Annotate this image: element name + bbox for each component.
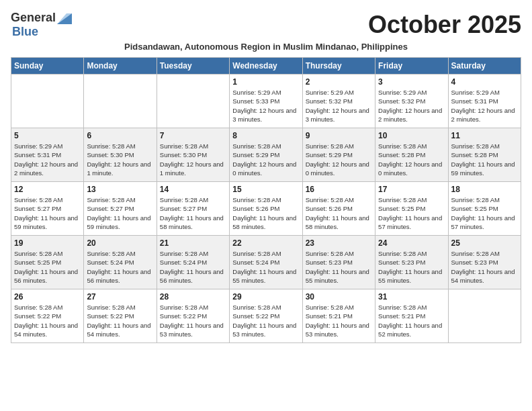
calendar-day-cell: 1Sunrise: 5:29 AMSunset: 5:33 PMDaylight… [230, 75, 302, 128]
day-number: 8 [232, 131, 299, 140]
day-number: 14 [160, 185, 226, 194]
day-number: 19 [14, 238, 81, 248]
day-number: 18 [451, 185, 518, 194]
day-detail: Sunrise: 5:28 AMSunset: 5:22 PMDaylight:… [14, 303, 81, 338]
day-detail: Sunrise: 5:28 AMSunset: 5:25 PMDaylight:… [451, 195, 518, 231]
day-number: 23 [306, 238, 372, 248]
month-title: October 2025 [368, 11, 521, 39]
calendar-week-row: 12Sunrise: 5:28 AMSunset: 5:27 PMDayligh… [11, 182, 521, 236]
calendar-day-cell: 26Sunrise: 5:28 AMSunset: 5:22 PMDayligh… [11, 289, 84, 343]
day-number: 29 [232, 292, 299, 302]
day-detail: Sunrise: 5:28 AMSunset: 5:25 PMDaylight:… [14, 249, 81, 285]
day-detail: Sunrise: 5:28 AMSunset: 5:26 PMDaylight:… [306, 195, 372, 231]
calendar-day-cell [157, 75, 229, 128]
day-detail: Sunrise: 5:28 AMSunset: 5:22 PMDaylight:… [87, 303, 153, 338]
day-number: 3 [378, 77, 445, 87]
day-of-week-header: Thursday [302, 58, 375, 75]
day-of-week-header: Wednesday [230, 58, 302, 75]
calendar-week-row: 1Sunrise: 5:29 AMSunset: 5:33 PMDaylight… [11, 75, 521, 128]
day-number: 27 [87, 292, 153, 302]
calendar-day-cell: 19Sunrise: 5:28 AMSunset: 5:25 PMDayligh… [11, 236, 84, 289]
calendar-day-cell: 27Sunrise: 5:28 AMSunset: 5:22 PMDayligh… [84, 289, 157, 343]
calendar-day-cell: 18Sunrise: 5:28 AMSunset: 5:25 PMDayligh… [448, 182, 521, 236]
day-detail: Sunrise: 5:28 AMSunset: 5:27 PMDaylight:… [160, 195, 226, 231]
day-of-week-header: Saturday [448, 58, 521, 75]
calendar-header-row: SundayMondayTuesdayWednesdayThursdayFrid… [11, 58, 521, 75]
calendar-day-cell: 12Sunrise: 5:28 AMSunset: 5:27 PMDayligh… [11, 182, 84, 236]
day-number: 1 [232, 77, 299, 87]
logo-general-text: General [11, 11, 56, 25]
calendar-day-cell: 25Sunrise: 5:28 AMSunset: 5:23 PMDayligh… [448, 236, 521, 289]
calendar-day-cell: 14Sunrise: 5:28 AMSunset: 5:27 PMDayligh… [157, 182, 229, 236]
day-detail: Sunrise: 5:28 AMSunset: 5:26 PMDaylight:… [232, 195, 299, 231]
day-number: 25 [451, 238, 518, 248]
day-number: 7 [160, 131, 226, 140]
calendar-day-cell: 29Sunrise: 5:28 AMSunset: 5:22 PMDayligh… [230, 289, 302, 343]
calendar-day-cell: 16Sunrise: 5:28 AMSunset: 5:26 PMDayligh… [302, 182, 375, 236]
calendar-day-cell: 31Sunrise: 5:28 AMSunset: 5:21 PMDayligh… [375, 289, 448, 343]
day-detail: Sunrise: 5:28 AMSunset: 5:28 PMDaylight:… [378, 142, 445, 177]
calendar-subtitle: Pidsandawan, Autonomous Region in Muslim… [11, 42, 521, 52]
day-number: 4 [451, 77, 518, 87]
day-number: 15 [232, 185, 299, 194]
day-number: 20 [87, 238, 153, 248]
day-detail: Sunrise: 5:29 AMSunset: 5:31 PMDaylight:… [451, 88, 518, 124]
day-of-week-header: Friday [375, 58, 448, 75]
day-detail: Sunrise: 5:28 AMSunset: 5:22 PMDaylight:… [160, 303, 226, 338]
calendar-day-cell: 30Sunrise: 5:28 AMSunset: 5:21 PMDayligh… [302, 289, 375, 343]
page-header: General Blue October 2025 [11, 11, 521, 39]
calendar-day-cell: 24Sunrise: 5:28 AMSunset: 5:23 PMDayligh… [375, 236, 448, 289]
calendar-day-cell: 10Sunrise: 5:28 AMSunset: 5:28 PMDayligh… [375, 128, 448, 182]
calendar-day-cell: 9Sunrise: 5:28 AMSunset: 5:29 PMDaylight… [302, 128, 375, 182]
day-of-week-header: Tuesday [157, 58, 229, 75]
day-detail: Sunrise: 5:29 AMSunset: 5:32 PMDaylight:… [306, 88, 372, 124]
calendar-day-cell: 6Sunrise: 5:28 AMSunset: 5:30 PMDaylight… [84, 128, 157, 182]
day-number: 26 [14, 292, 81, 302]
day-number: 30 [306, 292, 372, 302]
day-number: 13 [87, 185, 153, 194]
calendar-day-cell: 5Sunrise: 5:29 AMSunset: 5:31 PMDaylight… [11, 128, 84, 182]
logo-icon [57, 13, 72, 24]
day-number: 21 [160, 238, 226, 248]
calendar-day-cell: 28Sunrise: 5:28 AMSunset: 5:22 PMDayligh… [157, 289, 229, 343]
calendar-day-cell: 15Sunrise: 5:28 AMSunset: 5:26 PMDayligh… [230, 182, 302, 236]
day-number: 28 [160, 292, 226, 302]
calendar-table: SundayMondayTuesdayWednesdayThursdayFrid… [11, 57, 521, 343]
calendar-day-cell: 22Sunrise: 5:28 AMSunset: 5:24 PMDayligh… [230, 236, 302, 289]
day-detail: Sunrise: 5:28 AMSunset: 5:23 PMDaylight:… [306, 249, 372, 285]
day-number: 11 [451, 131, 518, 140]
calendar-week-row: 26Sunrise: 5:28 AMSunset: 5:22 PMDayligh… [11, 289, 521, 343]
day-number: 9 [306, 131, 372, 140]
calendar-day-cell [11, 75, 84, 128]
calendar-day-cell: 3Sunrise: 5:29 AMSunset: 5:32 PMDaylight… [375, 75, 448, 128]
calendar-week-row: 5Sunrise: 5:29 AMSunset: 5:31 PMDaylight… [11, 128, 521, 182]
day-detail: Sunrise: 5:28 AMSunset: 5:22 PMDaylight:… [232, 303, 299, 338]
calendar-day-cell [84, 75, 157, 128]
day-detail: Sunrise: 5:28 AMSunset: 5:23 PMDaylight:… [451, 249, 518, 285]
day-detail: Sunrise: 5:28 AMSunset: 5:23 PMDaylight:… [378, 249, 445, 285]
calendar-day-cell: 7Sunrise: 5:28 AMSunset: 5:30 PMDaylight… [157, 128, 229, 182]
day-number: 6 [87, 131, 153, 140]
day-detail: Sunrise: 5:28 AMSunset: 5:29 PMDaylight:… [306, 142, 372, 177]
day-detail: Sunrise: 5:28 AMSunset: 5:24 PMDaylight:… [87, 249, 153, 285]
day-number: 16 [306, 185, 372, 194]
calendar-day-cell: 4Sunrise: 5:29 AMSunset: 5:31 PMDaylight… [448, 75, 521, 128]
day-detail: Sunrise: 5:28 AMSunset: 5:21 PMDaylight:… [306, 303, 372, 338]
day-of-week-header: Sunday [11, 58, 84, 75]
day-number: 22 [232, 238, 299, 248]
day-number: 5 [14, 131, 81, 140]
calendar-day-cell: 11Sunrise: 5:28 AMSunset: 5:28 PMDayligh… [448, 128, 521, 182]
day-detail: Sunrise: 5:28 AMSunset: 5:24 PMDaylight:… [232, 249, 299, 285]
day-detail: Sunrise: 5:28 AMSunset: 5:28 PMDaylight:… [451, 142, 518, 177]
day-detail: Sunrise: 5:29 AMSunset: 5:33 PMDaylight:… [232, 88, 299, 124]
day-detail: Sunrise: 5:28 AMSunset: 5:24 PMDaylight:… [160, 249, 226, 285]
calendar-day-cell [448, 289, 521, 343]
day-number: 10 [378, 131, 445, 140]
calendar-day-cell: 21Sunrise: 5:28 AMSunset: 5:24 PMDayligh… [157, 236, 229, 289]
day-number: 17 [378, 185, 445, 194]
day-detail: Sunrise: 5:29 AMSunset: 5:32 PMDaylight:… [378, 88, 445, 124]
logo: General Blue [11, 11, 72, 39]
day-detail: Sunrise: 5:28 AMSunset: 5:27 PMDaylight:… [87, 195, 153, 231]
day-of-week-header: Monday [84, 58, 157, 75]
day-number: 31 [378, 292, 445, 302]
